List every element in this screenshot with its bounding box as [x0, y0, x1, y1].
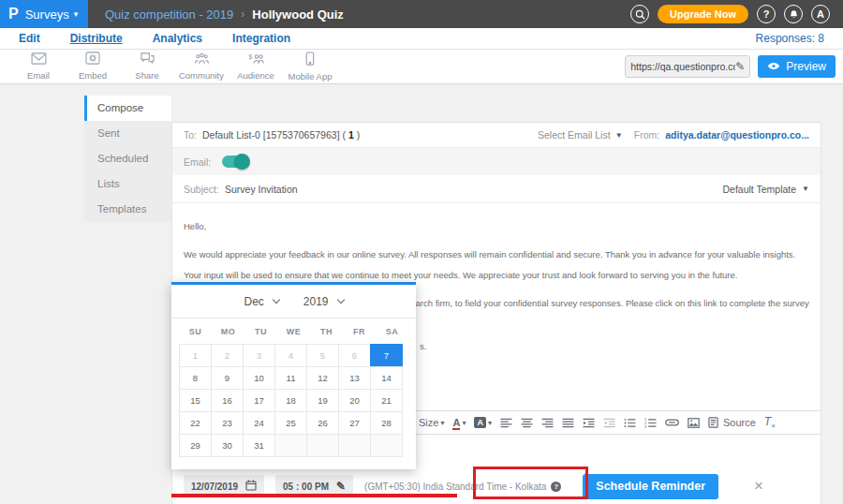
channel-community[interactable]: Community — [174, 52, 229, 82]
from-email-value[interactable]: aditya.datar@questionpro.co... — [665, 129, 809, 141]
numbered-list-button[interactable]: 123 — [644, 418, 657, 428]
sidebar-item-sent[interactable]: Sent — [84, 121, 171, 146]
edit-url-pencil-icon[interactable]: ✎ — [735, 60, 745, 73]
schedule-time-value: 05 : 00 PM — [283, 482, 329, 492]
calendar-icon[interactable] — [245, 480, 257, 493]
link-button[interactable] — [665, 419, 679, 426]
background-color-button[interactable]: A▾ — [474, 417, 492, 428]
channel-audience[interactable]: $Audience — [229, 52, 283, 82]
calendar-day-29[interactable]: 29 — [179, 434, 212, 457]
sidebar-item-lists[interactable]: Lists — [84, 171, 171, 197]
tabs-list: EditDistributeAnalyticsIntegration — [19, 30, 320, 47]
upgrade-now-button[interactable]: Upgrade Now — [658, 5, 748, 23]
sidebar-item-compose[interactable]: Compose — [84, 96, 171, 121]
email-icon — [31, 52, 47, 68]
calendar-day-27[interactable]: 27 — [338, 411, 371, 435]
size-dropdown[interactable]: Size▾ — [419, 417, 444, 428]
month-selector[interactable]: Dec — [244, 295, 278, 308]
calendar-day-11[interactable]: 11 — [274, 366, 307, 390]
schedule-time-field[interactable]: 05 : 00 PM ✎ — [275, 475, 353, 497]
calendar-day-15[interactable]: 15 — [179, 389, 212, 412]
channel-share[interactable]: Share — [120, 52, 174, 82]
bullet-list-button[interactable] — [624, 418, 636, 428]
survey-url-field[interactable]: ✎ — [625, 55, 750, 78]
survey-url-input[interactable] — [630, 61, 735, 72]
surveys-menu[interactable]: P Surveys ▾ — [0, 0, 88, 28]
search-icon[interactable] — [630, 5, 649, 23]
calendar-day-31[interactable]: 31 — [243, 434, 275, 457]
tab-analytics[interactable]: Analytics — [153, 30, 202, 47]
close-icon[interactable]: × — [754, 477, 763, 496]
avatar[interactable]: A — [811, 5, 830, 23]
template-dropdown[interactable]: Default Template ▼ — [722, 184, 809, 195]
sidebar-item-scheduled[interactable]: Scheduled — [84, 146, 171, 171]
calendar-day-26[interactable]: 26 — [306, 411, 339, 435]
preview-label: Preview — [786, 60, 826, 73]
align-center-button[interactable] — [521, 418, 533, 428]
calendar-day-5: 5 — [306, 344, 339, 367]
select-email-list-dropdown[interactable]: Select Email List ▼ — [538, 129, 623, 141]
align-right-button[interactable] — [541, 418, 554, 428]
calendar-day-24[interactable]: 24 — [243, 411, 275, 435]
calendar-day-9[interactable]: 9 — [211, 366, 244, 390]
increase-indent-button[interactable] — [583, 418, 595, 428]
calendar-day-16[interactable]: 16 — [211, 389, 244, 412]
schedule-reminder-button[interactable]: Schedule Reminder — [583, 474, 718, 499]
responses-count[interactable]: Responses: 8 — [756, 32, 824, 45]
tab-distribute[interactable]: Distribute — [70, 30, 123, 47]
calendar-day-18[interactable]: 18 — [274, 389, 307, 412]
calendar-day-19[interactable]: 19 — [306, 389, 339, 412]
email-label: Email: — [184, 156, 211, 168]
calendar-day-22[interactable]: 22 — [179, 411, 212, 435]
date-picker-popup: Dec 2019 SUMOTUWETHFRSA12345678910111213… — [171, 282, 416, 469]
align-justify-button[interactable] — [562, 418, 574, 428]
subject-label: Subject: — [184, 184, 219, 195]
text-color-button[interactable]: A▾ — [452, 417, 466, 428]
source-button[interactable]: Source — [708, 417, 756, 428]
tab-integration[interactable]: Integration — [232, 30, 290, 47]
channel-embed[interactable]: Embed — [66, 52, 120, 82]
questionpro-logo-icon: P — [8, 6, 19, 22]
calendar-day-28[interactable]: 28 — [370, 411, 403, 435]
calendar-day-2: 2 — [211, 344, 244, 367]
svg-text:$: $ — [248, 53, 252, 60]
calendar-day-13[interactable]: 13 — [338, 366, 371, 390]
mobile-app-icon — [305, 52, 315, 69]
calendar-day-21[interactable]: 21 — [370, 389, 403, 412]
calendar-day-14[interactable]: 14 — [370, 366, 403, 390]
timezone-help-icon[interactable]: ? — [551, 482, 561, 492]
calendar-day-8[interactable]: 8 — [179, 366, 212, 390]
calendar-day-25[interactable]: 25 — [274, 411, 307, 435]
calendar-day-23[interactable]: 23 — [211, 411, 244, 435]
schedule-date-field[interactable]: 12/07/2019 — [184, 475, 264, 497]
template-label: Default Template — [722, 184, 796, 195]
from-group: From: aditya.datar@questionpro.co... — [634, 129, 809, 141]
sidebar-item-templates[interactable]: Templates — [84, 197, 171, 222]
calendar-week: 1234567 — [179, 345, 408, 367]
calendar-day-7[interactable]: 7 — [370, 344, 403, 367]
preview-button[interactable]: Preview — [758, 55, 836, 78]
notifications-bell-icon[interactable] — [784, 5, 803, 23]
image-button[interactable] — [688, 418, 700, 428]
edit-time-pencil-icon[interactable]: ✎ — [336, 480, 346, 493]
calendar-day-12[interactable]: 12 — [306, 366, 339, 390]
breadcrumb: Quiz competition - 2019 › Hollywood Quiz — [105, 7, 344, 22]
channel-mobile-app[interactable]: Mobile App — [283, 52, 337, 82]
calendar-day-17[interactable]: 17 — [243, 389, 275, 412]
channel-label: Embed — [79, 70, 107, 81]
calendar-day-20[interactable]: 20 — [338, 389, 371, 412]
remove-format-button[interactable]: T× — [764, 415, 776, 430]
help-icon[interactable]: ? — [757, 5, 776, 23]
year-selector[interactable]: 2019 — [303, 295, 344, 308]
decrease-indent-button[interactable] — [603, 418, 615, 428]
subject-value[interactable]: Survey Invitation — [225, 184, 298, 195]
calendar-empty-cell — [370, 434, 403, 457]
email-toggle[interactable] — [222, 156, 248, 168]
to-list-value[interactable]: Default List-0 [1575370657963] — [202, 129, 340, 141]
channel-email[interactable]: Email — [11, 52, 66, 82]
calendar-day-30[interactable]: 30 — [211, 434, 244, 457]
align-left-button[interactable] — [500, 418, 512, 428]
calendar-day-10[interactable]: 10 — [243, 366, 275, 390]
breadcrumb-survey[interactable]: Quiz competition - 2019 — [105, 7, 233, 22]
tab-edit[interactable]: Edit — [19, 30, 40, 47]
